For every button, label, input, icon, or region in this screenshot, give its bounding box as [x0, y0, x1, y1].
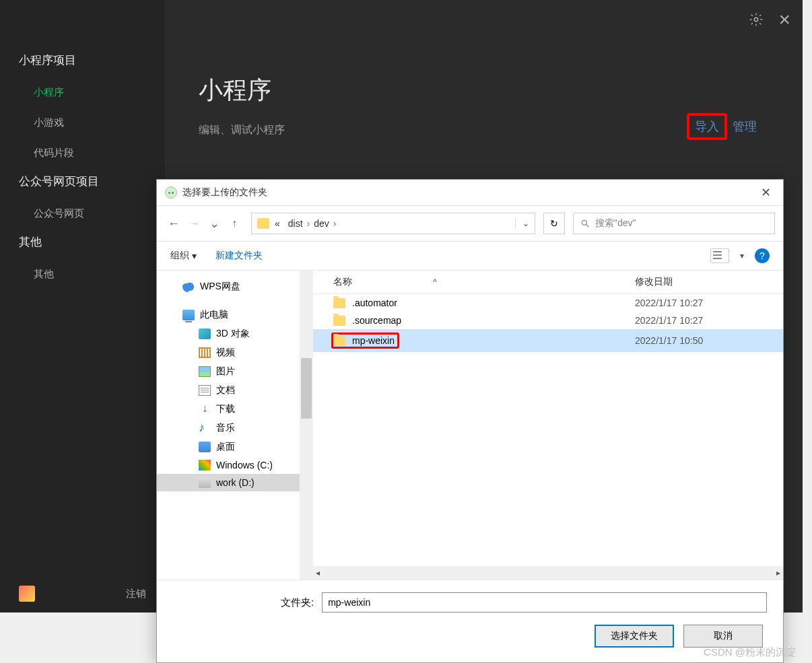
folder-icon: [333, 298, 345, 308]
sidebar-item-oa-web[interactable]: 公众号网页: [0, 199, 165, 229]
file-date: 2022/1/17 10:27: [635, 315, 783, 326]
manage-button[interactable]: 管理: [727, 116, 762, 137]
scroll-right-icon[interactable]: ▸: [776, 568, 780, 578]
tree-item-this-pc[interactable]: 此电脑: [157, 306, 300, 324]
tree-item-downloads[interactable]: 下载: [157, 400, 300, 419]
tree-item-drive-d[interactable]: work (D:): [157, 474, 300, 491]
cloud-icon: [182, 281, 195, 292]
file-row[interactable]: mp-weixin 2022/1/17 10:50: [313, 329, 783, 352]
sidebar-item-snippet[interactable]: 代码片段: [0, 138, 165, 168]
document-icon: [199, 385, 211, 396]
watermark: CSDN @粉末的沉淀: [704, 646, 796, 659]
logout-button[interactable]: 注销: [126, 588, 146, 600]
breadcrumb-2[interactable]: dev: [314, 218, 329, 229]
page-title: 小程序: [199, 74, 769, 107]
help-icon[interactable]: ?: [755, 248, 770, 263]
avatar[interactable]: [19, 586, 35, 602]
pc-icon: [182, 310, 195, 320]
dialog-title: 选择要上传的文件夹: [182, 186, 267, 199]
folder-name-input[interactable]: [322, 592, 767, 613]
tree-item-pictures[interactable]: 图片: [157, 362, 300, 381]
tree-item-desktop[interactable]: 桌面: [157, 438, 300, 456]
windows-drive-icon: [199, 460, 211, 470]
dialog-body: WPS网盘 此电脑 3D 对象 视频 图片 文档 下载 音乐 桌面 Window…: [157, 270, 783, 580]
address-bar[interactable]: « dist › dev › ⌄: [251, 213, 535, 234]
search-placeholder: 搜索"dev": [595, 217, 636, 230]
chevron-right-icon: ›: [303, 218, 314, 229]
folder-input-label: 文件夹:: [281, 596, 314, 609]
sidebar-section-other: 其他: [0, 229, 165, 259]
nav-recent-icon[interactable]: ⌄: [205, 215, 223, 232]
sidebar-item-miniprogram[interactable]: 小程序: [0, 77, 165, 108]
sort-asc-icon: ^: [433, 277, 437, 287]
sidebar-item-minigame[interactable]: 小游戏: [0, 108, 165, 138]
download-icon: [199, 404, 211, 415]
nav-forward-icon[interactable]: →: [185, 215, 203, 232]
dialog-toolbar: 组织 ▾ 新建文件夹 ▾ ?: [157, 241, 783, 270]
tree-scrollbar[interactable]: [300, 271, 313, 580]
dialog-titlebar: 选择要上传的文件夹 ✕: [157, 180, 783, 205]
nav-back-icon[interactable]: ←: [165, 215, 182, 232]
close-icon[interactable]: ×: [778, 9, 790, 30]
folder-picker-dialog: 选择要上传的文件夹 ✕ ← → ⌄ ↑ « dist › dev › ⌄ ↻ 搜…: [156, 179, 784, 663]
address-dropdown-icon[interactable]: ⌄: [515, 219, 529, 228]
view-options-button[interactable]: [710, 248, 729, 263]
import-button[interactable]: 导入: [687, 113, 727, 140]
horizontal-scrollbar[interactable]: ◂▸: [313, 566, 783, 580]
tree-item-drive-c[interactable]: Windows (C:): [157, 456, 300, 474]
column-date[interactable]: 修改日期: [635, 276, 783, 288]
column-name[interactable]: 名称^: [313, 276, 635, 288]
file-row[interactable]: .sourcemap 2022/1/17 10:27: [313, 312, 783, 329]
image-icon: [199, 366, 211, 377]
music-icon: [199, 423, 211, 433]
page-subtitle: 编辑、调试小程序: [199, 123, 769, 137]
tree-item-videos[interactable]: 视频: [157, 343, 300, 362]
breadcrumb-1[interactable]: dist: [288, 218, 303, 229]
file-name: .sourcemap: [352, 315, 401, 326]
folder-icon: [333, 336, 345, 346]
tree-item-music[interactable]: 音乐: [157, 419, 300, 438]
file-list-header: 名称^ 修改日期: [313, 271, 783, 294]
window-controls: ×: [749, 9, 790, 30]
folder-icon: [333, 316, 345, 326]
folder-tree: WPS网盘 此电脑 3D 对象 视频 图片 文档 下载 音乐 桌面 Window…: [157, 271, 300, 580]
tree-item-3d[interactable]: 3D 对象: [157, 324, 300, 343]
chevron-down-icon[interactable]: ▾: [740, 251, 744, 260]
3d-icon: [199, 328, 211, 339]
gear-icon[interactable]: [749, 12, 764, 27]
file-list: 名称^ 修改日期 .automator 2022/1/17 10:27 .sou…: [313, 271, 783, 580]
chevron-right-icon: ›: [329, 218, 341, 229]
breadcrumb-prefix: «: [275, 218, 280, 229]
search-input[interactable]: 搜索"dev": [573, 213, 775, 234]
dialog-nav: ← → ⌄ ↑ « dist › dev › ⌄ ↻ 搜索"dev": [157, 205, 783, 241]
desktop-icon: [199, 442, 211, 452]
sidebar-item-other[interactable]: 其他: [0, 259, 165, 289]
sidebar-footer: 注销: [0, 575, 165, 613]
file-date: 2022/1/17 10:27: [635, 298, 783, 308]
new-folder-button[interactable]: 新建文件夹: [215, 250, 263, 262]
file-row[interactable]: .automator 2022/1/17 10:27: [313, 294, 783, 312]
select-folder-button[interactable]: 选择文件夹: [595, 625, 674, 648]
folder-icon: [257, 218, 269, 229]
svg-line-2: [586, 225, 589, 228]
dialog-close-icon[interactable]: ✕: [757, 185, 775, 200]
refresh-button[interactable]: ↻: [543, 213, 565, 234]
scrollbar-thumb[interactable]: [301, 358, 312, 419]
sidebar-section-miniprogram: 小程序项目: [0, 47, 165, 77]
drive-icon: [199, 477, 211, 488]
sidebar: 小程序项目 小程序 小游戏 代码片段 公众号网页项目 公众号网页 其他 其他 注…: [0, 0, 165, 613]
svg-point-1: [582, 220, 586, 225]
cancel-button[interactable]: 取消: [683, 625, 763, 648]
organize-button[interactable]: 组织 ▾: [170, 250, 197, 262]
video-icon: [199, 347, 211, 358]
scroll-left-icon[interactable]: ◂: [316, 568, 320, 578]
nav-up-icon[interactable]: ↑: [226, 215, 243, 232]
annotation-highlight: mp-weixin: [331, 333, 399, 349]
tree-item-wps[interactable]: WPS网盘: [157, 277, 300, 296]
tree-item-documents[interactable]: 文档: [157, 381, 300, 400]
search-icon: [580, 219, 590, 228]
file-date: 2022/1/17 10:50: [635, 335, 783, 346]
wechat-icon: [165, 186, 177, 199]
dialog-footer: 文件夹: 选择文件夹 取消: [157, 580, 783, 662]
file-name: .automator: [352, 298, 397, 308]
